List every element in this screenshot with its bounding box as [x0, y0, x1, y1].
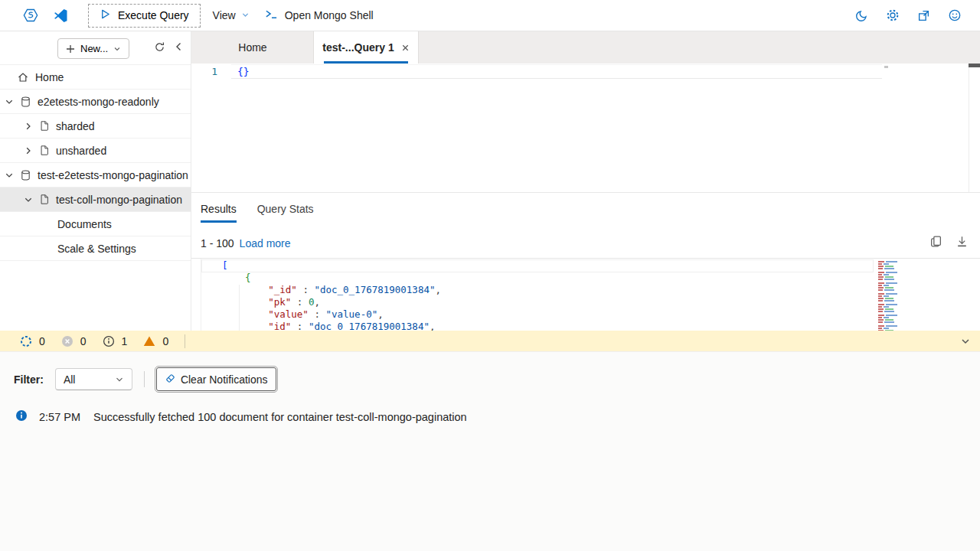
sidebar-item-unsharded[interactable]: unsharded	[0, 139, 191, 163]
sidebar-item-test-coll-mongo-pagination[interactable]: test-coll-mongo-pagination	[0, 187, 191, 212]
tree-item-label: e2etests-mongo-readonly	[38, 96, 159, 108]
top-toolbar: Execute Query View Open Mongo Shell	[0, 0, 980, 31]
sidebar-item-home[interactable]: Home	[0, 65, 191, 90]
tree-item-label: test-coll-mongo-pagination	[56, 194, 182, 206]
sidebar-item-sharded[interactable]: sharded	[0, 114, 191, 139]
tab-test-query-1[interactable]: test-...Query 1	[314, 31, 418, 64]
json-line: "_id" : "doc_0_1767819001384",	[222, 284, 441, 296]
chevron-down-icon[interactable]	[5, 97, 14, 106]
topbar-right-icons	[855, 8, 962, 22]
home-icon	[17, 71, 29, 83]
settings-gear-icon[interactable]	[886, 8, 900, 22]
notification-status-bar[interactable]: 0010	[0, 331, 980, 351]
chevron-down-icon	[241, 9, 250, 21]
warning-counter[interactable]: 0	[143, 335, 168, 347]
feedback-smiley-icon[interactable]	[948, 8, 962, 22]
chevron-right-icon[interactable]	[24, 146, 33, 155]
open-mongo-shell-button[interactable]: Open Mongo Shell	[265, 8, 374, 22]
results-editor[interactable]: [ { "_id" : "doc_0_1767819001384", "pk" …	[191, 258, 980, 331]
results-minimap[interactable]	[874, 261, 905, 331]
divider	[144, 371, 145, 387]
progress-counter[interactable]: 0	[20, 335, 45, 347]
view-dropdown[interactable]: View	[213, 9, 250, 21]
chevron-down-icon	[115, 375, 124, 384]
open-in-new-window-icon[interactable]	[917, 9, 930, 22]
tab-query-stats[interactable]: Query Stats	[257, 203, 314, 223]
editor-scrollbar[interactable]	[969, 64, 980, 192]
result-json: [ { "_id" : "doc_0_1767819001384", "pk" …	[222, 259, 441, 331]
tree-item-label: Home	[35, 71, 64, 83]
theme-moon-icon[interactable]	[855, 9, 868, 22]
json-line: "value" : "value-0",	[222, 308, 441, 321]
eraser-icon	[165, 373, 176, 386]
sidebar-header: New...	[0, 31, 191, 64]
tab-label: test-...Query 1	[322, 41, 394, 54]
close-icon[interactable]	[401, 44, 410, 52]
notification-message: 2:57 PM Successfully fetched 100 documen…	[15, 409, 467, 424]
collapse-panel-chevron-icon[interactable]	[960, 336, 971, 347]
scrollbar-thumb[interactable]	[969, 64, 980, 67]
minimap-block	[874, 282, 905, 291]
sidebar-item-documents[interactable]: Documents	[0, 212, 191, 236]
filter-dropdown[interactable]: All	[55, 368, 132, 390]
error-count: 0	[80, 335, 87, 347]
query-editor[interactable]: 1 {}	[191, 64, 980, 193]
results-range-row: 1 - 100 Load more	[201, 237, 291, 249]
tree-item-label: test-e2etests-mongo-pagination	[38, 169, 188, 181]
minimap-block	[874, 304, 905, 312]
clear-notifications-label: Clear Notifications	[181, 373, 268, 386]
chevron-right-icon[interactable]	[24, 122, 33, 131]
error-icon	[61, 335, 74, 347]
progress-icon	[20, 335, 32, 347]
filter-label: Filter:	[14, 373, 44, 386]
tab-home[interactable]: Home	[191, 31, 314, 64]
open-mongo-shell-label: Open Mongo Shell	[285, 9, 374, 21]
message-text: Successfully fetched 100 document for co…	[93, 411, 467, 423]
filter-row: Filter: All Clear Notifications	[14, 367, 276, 391]
sidebar-tree: Homee2etests-mongo-readonlyshardedunshar…	[0, 64, 191, 261]
execute-query-button[interactable]: Execute Query	[88, 4, 201, 28]
json-line: [	[222, 259, 441, 272]
refresh-icon[interactable]	[154, 41, 165, 53]
notification-panel: Filter: All Clear Notifications 2:57 PM …	[0, 351, 980, 551]
query-code[interactable]: {}	[237, 66, 250, 77]
tab-strip: Hometest-...Query 1	[191, 31, 980, 64]
main-content: Hometest-...Query 1 1 {} Results Query S…	[191, 31, 980, 331]
info-icon	[103, 335, 115, 347]
json-line: "pk" : 0,	[222, 296, 441, 308]
info-counter[interactable]: 1	[103, 335, 128, 347]
minimap-block	[874, 261, 905, 269]
info-count: 1	[122, 335, 128, 347]
progress-count: 0	[39, 335, 45, 347]
tree-item-label: unsharded	[56, 145, 106, 157]
results-panel: Results Query Stats 1 - 100 Load more [ …	[191, 193, 980, 331]
chevron-down-icon[interactable]	[24, 195, 33, 204]
copy-icon[interactable]	[929, 235, 942, 248]
cosmos-db-logo-icon	[23, 8, 38, 23]
load-more-link[interactable]: Load more	[240, 237, 291, 249]
new-button[interactable]: New...	[57, 38, 129, 59]
db-icon	[20, 96, 31, 108]
error-counter[interactable]: 0	[61, 335, 87, 347]
sidebar-item-e2etests-mongo-readonly[interactable]: e2etests-mongo-readonly	[0, 90, 191, 114]
tab-results[interactable]: Results	[201, 203, 237, 223]
vscode-logo-icon	[54, 8, 68, 23]
tree-item-label: Documents	[57, 218, 112, 230]
sidebar-item-scale-settings[interactable]: Scale & Settings	[0, 236, 191, 261]
play-icon	[100, 8, 111, 22]
tab-label: Home	[238, 41, 266, 54]
warning-icon	[143, 335, 155, 347]
editor-minimap	[884, 66, 888, 68]
chevron-down-icon	[113, 45, 121, 53]
sidebar-item-test-e2etests-mongo-pagination[interactable]: test-e2etests-mongo-pagination	[0, 163, 191, 187]
minimap-block	[874, 325, 905, 331]
chevron-down-icon[interactable]	[5, 171, 14, 180]
clear-notifications-button[interactable]: Clear Notifications	[156, 367, 276, 391]
results-tabs: Results Query Stats	[191, 193, 980, 223]
download-icon[interactable]	[956, 235, 969, 248]
minimap-block	[874, 272, 905, 280]
collapse-sidebar-icon[interactable]	[174, 41, 184, 52]
divider	[185, 334, 185, 348]
view-label: View	[213, 9, 236, 21]
json-line: "id" : "doc_0_1767819001384",	[222, 321, 441, 331]
